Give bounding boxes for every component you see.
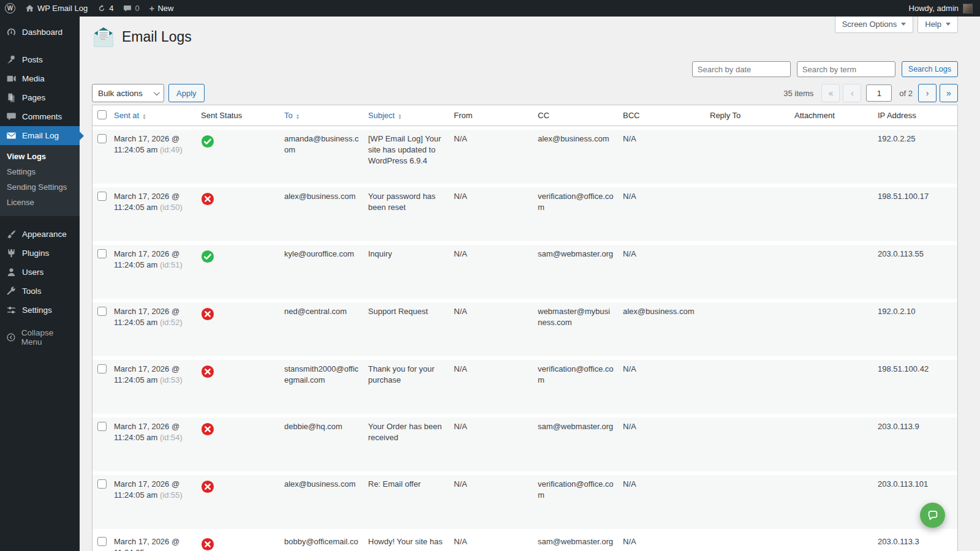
plus-icon: + <box>149 4 155 13</box>
my-account-menu[interactable]: Howdy, admin <box>904 0 980 17</box>
bcc-cell: N/A <box>623 356 710 414</box>
row-select-cell <box>92 299 114 356</box>
sidebar-item-plugins[interactable]: Plugins <box>0 244 80 263</box>
row-checkbox[interactable] <box>97 479 107 489</box>
attachment-cell <box>794 299 878 356</box>
sent-status-cell <box>201 356 284 414</box>
ip-address-cell: 203.0.113.3 <box>878 529 957 551</box>
sidebar-item-media[interactable]: Media <box>0 69 80 88</box>
row-checkbox[interactable] <box>97 192 107 201</box>
row-checkbox[interactable] <box>97 537 107 546</box>
chevron-down-icon <box>946 23 951 26</box>
reply-to-cell <box>710 356 794 414</box>
settings-icon <box>6 305 17 315</box>
chevron-down-icon <box>154 89 160 96</box>
submenu-item-sending-settings[interactable]: Sending Settings <box>0 179 80 195</box>
wordpress-logo-icon: W <box>5 3 15 13</box>
sidebar-item-pages[interactable]: Pages <box>0 88 80 107</box>
items-count: 35 items <box>783 89 813 98</box>
fail-cross-icon <box>201 192 214 209</box>
sidebar-item-dashboard[interactable]: Dashboard <box>0 23 80 42</box>
new-label: New <box>157 4 173 13</box>
row-checkbox[interactable] <box>97 422 107 431</box>
subject-cell: Support Request <box>368 299 454 356</box>
sidebar-item-label: Pages <box>22 93 45 102</box>
header-cc: CC <box>538 105 623 126</box>
row-checkbox[interactable] <box>97 364 107 373</box>
sent-status-cell <box>201 471 284 529</box>
collapse-menu-button[interactable]: Collapse Menu <box>0 323 80 351</box>
dashboard-icon <box>6 27 17 37</box>
row-select-cell <box>92 241 114 299</box>
sidebar-item-settings[interactable]: Settings <box>0 301 80 320</box>
sent-at-cell: March 17, 2026 @ 11:24:05 am (id:53) <box>114 356 201 414</box>
sidebar-item-comments[interactable]: Comments <box>0 107 80 126</box>
new-content-menu[interactable]: + New <box>145 0 179 17</box>
sidebar-item-tools[interactable]: Tools <box>0 282 80 301</box>
ip-address-cell: 192.0.2.25 <box>878 126 957 184</box>
sent-time: 11:24:05 am <box>114 145 157 154</box>
from-cell: N/A <box>454 471 538 529</box>
help-beacon-button[interactable] <box>920 503 945 528</box>
bulk-actions-select[interactable]: Bulk actions <box>92 84 164 102</box>
sort-arrows-icon: ▲▼ <box>142 113 146 119</box>
comments-menu[interactable]: 0 <box>118 0 144 17</box>
sent-time: 11:24:05 am <box>114 490 157 500</box>
cc-cell: alex@business.com <box>538 126 623 184</box>
submenu-item-settings[interactable]: Settings <box>0 164 80 179</box>
from-cell: N/A <box>454 356 538 414</box>
subject-cell: Thank you for your purchase <box>368 356 454 414</box>
log-row: March 17, 2026 @ 11:24:05 am (id:52) ned… <box>92 299 957 356</box>
header-subject[interactable]: Subject▲▼ <box>368 105 454 126</box>
from-cell: N/A <box>454 299 538 356</box>
cc-cell: verification@office.com <box>538 471 623 529</box>
next-page-button[interactable]: › <box>918 84 937 102</box>
help-button[interactable]: Help <box>918 17 958 33</box>
search-by-date-input[interactable] <box>692 61 791 77</box>
sent-at-cell: March 17, 2026 @ 11:24:05 am (id:55) <box>114 471 201 529</box>
updates-menu[interactable]: 4 <box>92 0 118 17</box>
help-label: Help <box>925 20 941 29</box>
ip-address-cell: 203.0.113.55 <box>878 241 957 299</box>
fail-cross-icon <box>201 422 214 439</box>
submenu-item-view-logs[interactable]: View Logs <box>0 149 80 164</box>
search-by-term-input[interactable] <box>797 61 895 77</box>
sidebar-item-appearance[interactable]: Appearance <box>0 225 80 244</box>
subject-cell: Re: Email offer <box>368 471 454 529</box>
reply-to-cell <box>710 184 794 241</box>
header-sent-at[interactable]: Sent at▲▼ <box>114 105 201 126</box>
screen-options-button[interactable]: Screen Options <box>835 17 914 33</box>
row-select-cell <box>92 471 114 529</box>
sidebar-item-label: Media <box>22 74 45 83</box>
log-id: (id:51) <box>160 260 183 269</box>
to-cell: amanda@business.com <box>284 126 368 184</box>
sidebar-item-email-log[interactable]: Email Log <box>0 126 80 145</box>
sidebar-item-label: Tools <box>22 287 42 296</box>
to-cell: ned@central.com <box>284 299 368 356</box>
header-to[interactable]: To▲▼ <box>284 105 368 126</box>
ip-address-cell: 203.0.113.101 <box>878 471 957 529</box>
to-cell: stansmith2000@officegmail.com <box>284 356 368 414</box>
fail-cross-icon <box>201 480 214 497</box>
attachment-cell <box>794 356 878 414</box>
site-name-menu[interactable]: WP Email Log <box>20 0 92 17</box>
last-page-button[interactable]: » <box>940 84 958 102</box>
header-attachment: Attachment <box>794 105 878 126</box>
sidebar-item-posts[interactable]: Posts <box>0 50 80 69</box>
row-checkbox[interactable] <box>97 249 107 258</box>
row-checkbox[interactable] <box>97 307 107 316</box>
search-logs-button[interactable]: Search Logs <box>902 61 958 77</box>
select-all-checkbox[interactable] <box>97 110 107 119</box>
subject-cell: Your Order has been received <box>368 414 454 471</box>
submenu-item-license[interactable]: License <box>0 195 80 210</box>
wordpress-logo-menu[interactable]: W <box>0 0 20 17</box>
pagination: 35 items « ‹ of 2 › » <box>783 84 958 102</box>
cc-cell: verification@office.com <box>538 356 623 414</box>
row-checkbox[interactable] <box>97 134 107 143</box>
log-id: (id:52) <box>160 318 183 327</box>
current-page-input[interactable] <box>866 84 892 102</box>
apply-button[interactable]: Apply <box>168 84 205 102</box>
howdy-text: Howdy, admin <box>909 4 959 13</box>
sidebar-item-users[interactable]: Users <box>0 263 80 282</box>
ip-address-cell: 192.0.2.10 <box>878 299 957 356</box>
